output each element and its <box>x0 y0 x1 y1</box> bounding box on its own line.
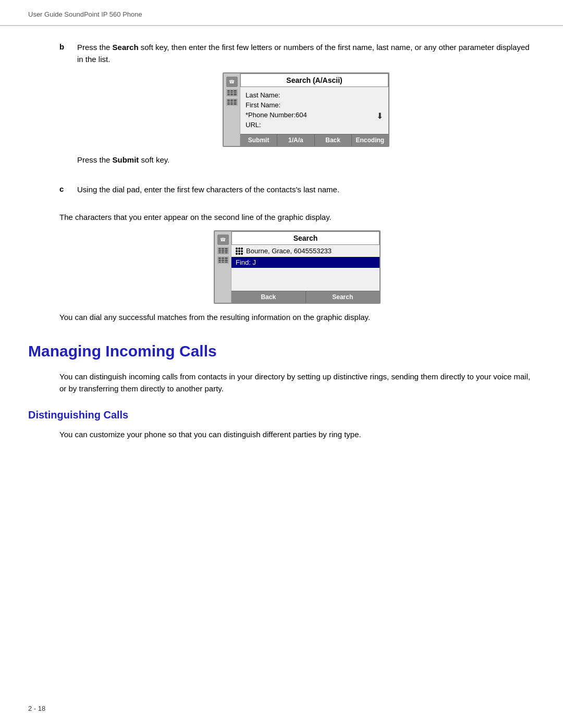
page-content: b Press the Search soft key, then enter … <box>0 26 563 476</box>
softkey-search[interactable]: Search <box>306 291 380 303</box>
result-grid-icon <box>236 248 243 255</box>
step-b-letter: b <box>59 42 68 174</box>
managing-section: Managing Incoming Calls You can distingu… <box>28 342 535 441</box>
screen2-inner: ☎ <box>215 231 380 303</box>
screen2-softkeys: Back Search <box>231 291 380 303</box>
phone-screen-2: ☎ <box>214 230 381 304</box>
phone-left-icons-1: ☎ <box>224 73 240 146</box>
distinguishing-section: Distinguishing Calls You can customize y… <box>28 409 535 440</box>
field-first-name: First Name: <box>246 100 383 110</box>
screen2-wrapper: ☎ <box>59 230 535 304</box>
distinguishing-body-text: You can customize your phone so that you… <box>59 428 535 440</box>
screen1-inner: ☎ <box>224 73 388 146</box>
download-icon: ⬇ <box>376 111 383 121</box>
find-row: Find: J <box>231 257 380 268</box>
step-c-letter: c <box>59 184 68 203</box>
press-submit-text: Press the Submit soft key. <box>77 154 535 166</box>
empty-row-2 <box>231 279 380 291</box>
field-last-name: Last Name: <box>246 90 383 100</box>
phone-left-icons-2: ☎ <box>215 231 231 303</box>
screen1-softkeys: Submit 1/A/a Back Encoding <box>240 134 388 146</box>
managing-body-wrap: You can distinguish incoming calls from … <box>59 371 535 395</box>
page-header: User Guide SoundPoint IP 560 Phone <box>0 0 563 26</box>
screen1-title: Search (A/Ascii) <box>240 73 388 87</box>
step-c-text: Using the dial pad, enter the first few … <box>77 184 535 196</box>
page-footer: 2 - 18 <box>28 705 45 712</box>
screen2-fields: Bourne, Grace, 6045553233 Find: J <box>231 245 380 291</box>
softkey-encoding[interactable]: Encoding <box>352 134 388 146</box>
managing-heading: Managing Incoming Calls <box>28 342 535 360</box>
phone-handset-icon-2: ☎ <box>217 235 229 245</box>
phone-handset-icon: ☎ <box>226 77 238 87</box>
phone-grid-icon-2 <box>226 98 238 106</box>
softkey-back-2[interactable]: Back <box>231 291 306 303</box>
phone-grid-icon-1 <box>226 89 238 96</box>
field-phone-number: *Phone Number:604 ⬇ <box>246 110 383 120</box>
para-dial: You can dial any successful matches from… <box>59 311 535 323</box>
step-b-content: Press the Search soft key, then enter th… <box>77 42 535 174</box>
step-c: c Using the dial pad, enter the first fe… <box>59 184 535 203</box>
softkey-submit[interactable]: Submit <box>240 134 277 146</box>
para-characters: The characters that you enter appear on … <box>59 211 535 223</box>
result-text: Bourne, Grace, 6045553233 <box>246 247 332 255</box>
screen1-fields: Last Name: First Name: *Phone Number:604… <box>240 87 388 134</box>
softkey-back-1[interactable]: Back <box>315 134 352 146</box>
phone-screen-1: ☎ <box>223 72 389 147</box>
step-c-content: Using the dial pad, enter the first few … <box>77 184 535 203</box>
field-url: URL: <box>246 120 383 130</box>
distinguishing-heading: Distinguishing Calls <box>28 409 535 421</box>
managing-body-text: You can distinguish incoming calls from … <box>59 371 535 395</box>
step-b: b Press the Search soft key, then enter … <box>59 42 535 174</box>
step-b-text: Press the Search soft key, then enter th… <box>77 42 535 65</box>
distinguishing-body: You can customize your phone so that you… <box>59 428 535 440</box>
softkey-1aa[interactable]: 1/A/a <box>277 134 314 146</box>
screen2-title: Search <box>231 231 380 245</box>
page-number: 2 - 18 <box>28 705 45 712</box>
header-text: User Guide SoundPoint IP 560 Phone <box>28 10 142 18</box>
phone-grid-icon-4 <box>217 256 229 264</box>
search-result-row: Bourne, Grace, 6045553233 <box>231 245 380 257</box>
empty-row-1 <box>231 268 380 279</box>
screen1-area: Search (A/Ascii) Last Name: First Name: … <box>240 73 388 146</box>
screen2-area: Search <box>231 231 380 303</box>
phone-grid-icon-3 <box>217 247 229 254</box>
